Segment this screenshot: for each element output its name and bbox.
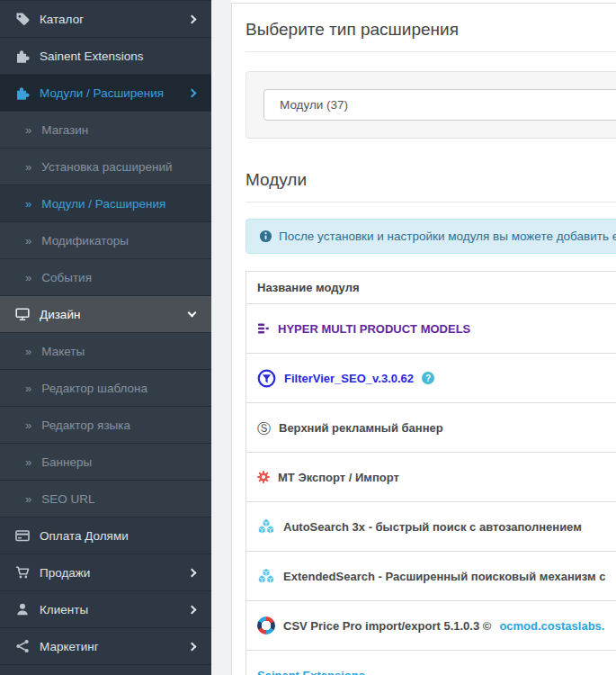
filter-icon — [257, 369, 276, 388]
cart-icon — [14, 565, 30, 580]
sidebar-item-sainent-extensions[interactable]: Sainent Extensions — [0, 37, 211, 74]
extension-type-title: Выберите тип расширения — [246, 13, 616, 52]
double-angle-icon — [25, 197, 31, 211]
double-angle-icon — [25, 160, 31, 174]
sidebar-item-label: Продажи — [40, 566, 189, 580]
content-panel: Выберите тип расширения Модули (37) Моду… — [231, 3, 616, 675]
table-row: HYPER MULTI PRODUCT MODELS — [246, 304, 616, 354]
double-angle-icon — [25, 492, 31, 506]
sidebar-subitem-layouts[interactable]: Макеты — [0, 332, 211, 369]
tag-icon — [14, 12, 30, 26]
modules-title: Модули — [246, 163, 616, 202]
sidebar-item-label: Модули / Расширения — [41, 197, 197, 211]
chevron-right-icon — [188, 568, 197, 577]
double-angle-icon — [25, 345, 31, 358]
chevron-right-icon — [188, 605, 197, 614]
sidebar-item-marketing[interactable]: Маркетинг — [0, 627, 211, 664]
chevron-right-icon — [188, 88, 197, 97]
sidebar-subitem-modifications[interactable]: Модификаторы — [0, 221, 211, 258]
share-icon — [14, 639, 30, 653]
sidebar-item-sales[interactable]: Продажи — [0, 554, 211, 590]
sidebar-subitem-events[interactable]: События — [0, 258, 211, 295]
gear-icon — [257, 471, 270, 483]
table-row: CSV Price Pro import/export 5.1.0.3 © oc… — [246, 601, 616, 651]
s-circle-icon: Ⓢ — [257, 421, 271, 435]
chevron-down-icon — [188, 309, 197, 318]
table-header-module-name: Название модуля — [246, 272, 616, 304]
module-link[interactable]: FilterVier_SEO_v.3.0.62 — [284, 372, 414, 385]
sidebar-item-label: Редактор языка — [41, 418, 197, 432]
double-angle-icon — [25, 271, 31, 284]
sidebar-item-modules-extensions[interactable]: Модули / Расширения — [0, 74, 211, 111]
extension-type-well: Модули (37) — [246, 71, 616, 139]
sidebar-subitem-seo-url[interactable]: SEO URL — [0, 480, 211, 517]
sidebar-item-label: Баннеры — [41, 455, 197, 469]
sidebar-subitem-installer[interactable]: Установка расширений — [0, 148, 211, 184]
cubes-icon — [257, 568, 275, 584]
help-badge[interactable]: ? — [422, 372, 434, 384]
sidebar-subitem-modules-extensions[interactable]: Модули / Расширения — [0, 184, 211, 221]
double-angle-icon — [25, 234, 31, 248]
credit-card-icon — [14, 528, 30, 543]
double-angle-icon — [25, 123, 31, 137]
chevron-right-icon — [188, 642, 197, 651]
sidebar-item-system-partial[interactable] — [0, 664, 211, 675]
chevron-right-icon — [188, 14, 197, 23]
sidebar-item-label: Установка расширений — [41, 160, 197, 174]
user-icon — [14, 602, 30, 616]
sidebar-subitem-language-editor[interactable]: Редактор языка — [0, 406, 211, 443]
sidebar-item-label: Каталог — [40, 13, 189, 26]
module-name: AutoSearch 3x - быстрый поиск с автозапо… — [283, 520, 582, 534]
sidebar-item-label: Редактор шаблона — [41, 382, 197, 395]
sidebar-item-label: Модификаторы — [41, 234, 197, 248]
sidebar-item-installments[interactable]: Оплата Долями — [0, 517, 211, 554]
sidebar-item-label: Макеты — [41, 345, 197, 358]
sidebar-item-label: Маркетинг — [40, 640, 189, 653]
sidebar-item-label: События — [41, 271, 197, 284]
double-angle-icon — [25, 382, 31, 395]
modules-table: Название модуля HYPER MULTI PRODUCT MODE… — [246, 271, 616, 675]
module-name: Верхний рекламный баннер — [279, 421, 443, 435]
module-name: ExtendedSearch - Расширенный поисковый м… — [283, 570, 605, 583]
table-row: Ⓢ Верхний рекламный баннер — [246, 403, 616, 453]
puzzle-icon — [14, 49, 30, 63]
cubes-icon — [257, 518, 275, 535]
main-content: Выберите тип расширения Модули (37) Моду… — [211, 0, 616, 675]
module-name: CSV Price Pro import/export 5.1.0.3 © — [283, 619, 491, 633]
shutter-icon — [257, 616, 275, 634]
puzzle-icon — [14, 86, 30, 100]
sidebar-subitem-banners[interactable]: Баннеры — [0, 443, 211, 480]
sidebar-item-design[interactable]: Дизайн — [0, 295, 211, 332]
sidebar-item-label: Клиенты — [40, 603, 189, 616]
table-row: МТ Экспорт / Импорт — [246, 453, 616, 502]
module-name: МТ Экспорт / Импорт — [278, 471, 399, 484]
monitor-icon — [14, 307, 30, 321]
table-row: FilterVier_SEO_v.3.0.62 ? — [246, 354, 616, 403]
double-angle-icon — [25, 418, 31, 432]
sidebar-subitem-theme-editor[interactable]: Редактор шаблона — [0, 369, 211, 406]
table-row: Sainent Extensions — [246, 651, 616, 675]
sidebar-item-label: Магазин — [41, 123, 197, 137]
sidebar-item-catalog[interactable]: Каталог — [0, 0, 211, 37]
sidebar-item-label: Дизайн — [40, 308, 189, 321]
extension-type-select-value: Модули (37) — [280, 98, 348, 112]
sidebar-subitem-marketplace[interactable]: Магазин — [0, 111, 211, 148]
modules-section: Модули После установки и настройки модул… — [246, 163, 616, 675]
info-circle-icon — [259, 230, 272, 243]
module-link[interactable]: HYPER MULTI PRODUCT MODELS — [278, 322, 470, 336]
product-models-icon — [257, 322, 270, 335]
sidebar-item-label: Модули / Расширения — [40, 86, 189, 100]
extension-type-select[interactable]: Модули (37) — [263, 89, 616, 121]
module-link[interactable]: Sainent Extensions — [257, 669, 365, 675]
sidebar-item-customers[interactable]: Клиенты — [0, 590, 211, 627]
sidebar-item-label: Оплата Долями — [40, 529, 197, 543]
table-row: ExtendedSearch - Расширенный поисковый м… — [246, 552, 616, 601]
info-alert-text: После установки и настройки модуля вы мо… — [279, 230, 616, 243]
sidebar-item-label: Sainent Extensions — [40, 50, 197, 63]
double-angle-icon — [25, 455, 31, 469]
ocmod-costaslabs-link[interactable]: ocmod.costaslabs. — [499, 619, 604, 633]
admin-sidebar: Каталог Sainent Extensions Модули / Расш… — [0, 0, 211, 675]
table-row: AutoSearch 3x - быстрый поиск с автозапо… — [246, 502, 616, 552]
sidebar-item-label: SEO URL — [41, 492, 197, 506]
content-gutter — [211, 0, 231, 675]
